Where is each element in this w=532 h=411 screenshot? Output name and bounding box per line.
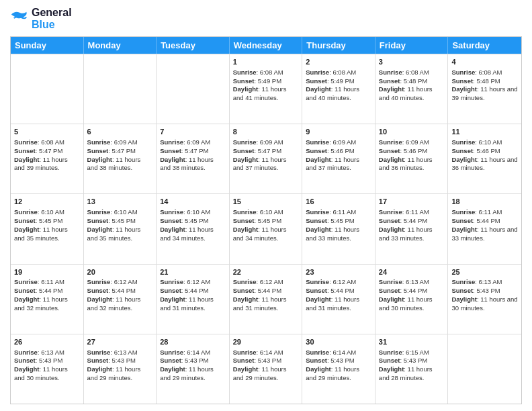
day-info-line: Daylight: 11 hours and 29 minutes. bbox=[306, 365, 371, 383]
day-info-line: Sunset: 5:44 PM bbox=[306, 287, 371, 295]
day-number: 14 bbox=[160, 197, 226, 207]
calendar-cell-4: 4Sunrise: 6:08 AMSunset: 5:48 PMDaylight… bbox=[448, 54, 521, 124]
day-info-line: Daylight: 11 hours and 40 minutes. bbox=[379, 85, 445, 103]
day-info-line: Sunrise: 6:09 AM bbox=[379, 138, 445, 147]
day-number: 2 bbox=[306, 57, 371, 67]
day-number: 12 bbox=[14, 197, 80, 207]
day-info-line: Sunset: 5:49 PM bbox=[233, 77, 299, 86]
page: General Blue SundayMondayTuesdayWednesda… bbox=[0, 0, 532, 411]
day-info-line: Sunset: 5:48 PM bbox=[379, 77, 445, 86]
day-info-line: Sunrise: 6:10 AM bbox=[87, 208, 153, 217]
calendar-row-5: 26Sunrise: 6:13 AMSunset: 5:43 PMDayligh… bbox=[11, 334, 521, 404]
calendar-cell-1: 1Sunrise: 6:08 AMSunset: 5:49 PMDaylight… bbox=[230, 54, 303, 124]
calendar: SundayMondayTuesdayWednesdayThursdayFrid… bbox=[10, 36, 522, 404]
day-number: 11 bbox=[451, 127, 518, 137]
calendar-row-2: 5Sunrise: 6:08 AMSunset: 5:47 PMDaylight… bbox=[11, 124, 521, 193]
logo: General Blue bbox=[10, 7, 72, 31]
day-number: 8 bbox=[233, 127, 299, 137]
day-info-line: Daylight: 11 hours and 31 minutes. bbox=[160, 295, 226, 313]
day-info-line: Sunset: 5:45 PM bbox=[306, 217, 371, 226]
day-info-line: Sunrise: 6:13 AM bbox=[87, 349, 153, 357]
day-info-line: Daylight: 11 hours and 30 minutes. bbox=[14, 365, 80, 383]
calendar-cell-9: 9Sunrise: 6:09 AMSunset: 5:46 PMDaylight… bbox=[302, 124, 375, 193]
day-number: 29 bbox=[233, 337, 299, 347]
calendar-cell-18: 18Sunrise: 6:11 AMSunset: 5:44 PMDayligh… bbox=[448, 194, 521, 263]
day-info-line: Daylight: 11 hours and 35 minutes. bbox=[87, 226, 153, 243]
day-info-line: Sunrise: 6:08 AM bbox=[233, 68, 299, 77]
day-info-line: Daylight: 11 hours and 30 minutes. bbox=[379, 295, 445, 313]
day-info-line: Sunrise: 6:13 AM bbox=[451, 278, 518, 287]
day-info-line: Daylight: 11 hours and 39 minutes. bbox=[14, 156, 80, 173]
day-info-line: Sunset: 5:47 PM bbox=[87, 147, 153, 156]
day-header-thursday: Thursday bbox=[302, 37, 375, 54]
day-number: 19 bbox=[14, 267, 80, 277]
day-info-line: Sunrise: 6:11 AM bbox=[14, 278, 80, 287]
day-info-line: Sunrise: 6:14 AM bbox=[233, 349, 299, 357]
day-info-line: Daylight: 11 hours and 31 minutes. bbox=[233, 295, 299, 313]
day-info-line: Sunset: 5:46 PM bbox=[379, 147, 445, 156]
day-info-line: Daylight: 11 hours and 36 minutes. bbox=[451, 156, 518, 173]
calendar-cell-12: 12Sunrise: 6:10 AMSunset: 5:45 PMDayligh… bbox=[11, 194, 84, 263]
day-info-line: Daylight: 11 hours and 39 minutes. bbox=[451, 85, 518, 103]
calendar-cell-23: 23Sunrise: 6:12 AMSunset: 5:44 PMDayligh… bbox=[302, 265, 375, 334]
logo-text: General Blue bbox=[32, 7, 72, 31]
day-header-friday: Friday bbox=[375, 37, 449, 54]
calendar-cell-10: 10Sunrise: 6:09 AMSunset: 5:46 PMDayligh… bbox=[375, 124, 449, 193]
day-number: 1 bbox=[233, 57, 299, 67]
day-info-line: Daylight: 11 hours and 38 minutes. bbox=[87, 156, 153, 173]
calendar-cell-11: 11Sunrise: 6:10 AMSunset: 5:46 PMDayligh… bbox=[448, 124, 521, 193]
calendar-cell-28: 28Sunrise: 6:14 AMSunset: 5:43 PMDayligh… bbox=[157, 334, 230, 404]
day-number: 22 bbox=[233, 267, 299, 277]
calendar-cell-29: 29Sunrise: 6:14 AMSunset: 5:43 PMDayligh… bbox=[230, 334, 303, 404]
calendar-row-3: 12Sunrise: 6:10 AMSunset: 5:45 PMDayligh… bbox=[11, 193, 521, 263]
calendar-cell-3: 3Sunrise: 6:08 AMSunset: 5:48 PMDaylight… bbox=[375, 54, 449, 124]
day-info-line: Sunset: 5:43 PM bbox=[87, 357, 153, 365]
day-info-line: Sunset: 5:44 PM bbox=[233, 287, 299, 295]
day-info-line: Sunset: 5:45 PM bbox=[160, 217, 226, 226]
calendar-header: SundayMondayTuesdayWednesdayThursdayFrid… bbox=[11, 37, 521, 54]
day-info-line: Sunrise: 6:11 AM bbox=[379, 208, 445, 217]
calendar-cell-24: 24Sunrise: 6:13 AMSunset: 5:44 PMDayligh… bbox=[375, 265, 449, 334]
calendar-cell-31: 31Sunrise: 6:15 AMSunset: 5:43 PMDayligh… bbox=[375, 334, 449, 404]
day-header-tuesday: Tuesday bbox=[157, 37, 230, 54]
logo-icon bbox=[10, 9, 29, 28]
day-number: 16 bbox=[306, 197, 371, 207]
calendar-cell-2: 2Sunrise: 6:08 AMSunset: 5:49 PMDaylight… bbox=[302, 54, 375, 124]
day-info-line: Daylight: 11 hours and 34 minutes. bbox=[160, 226, 226, 243]
calendar-cell-17: 17Sunrise: 6:11 AMSunset: 5:44 PMDayligh… bbox=[375, 194, 449, 263]
day-info-line: Daylight: 11 hours and 31 minutes. bbox=[306, 295, 371, 313]
day-info-line: Daylight: 11 hours and 37 minutes. bbox=[306, 156, 371, 173]
day-number: 30 bbox=[306, 337, 371, 347]
calendar-cell-15: 15Sunrise: 6:10 AMSunset: 5:45 PMDayligh… bbox=[230, 194, 303, 263]
day-info-line: Sunrise: 6:13 AM bbox=[14, 349, 80, 357]
day-info-line: Sunset: 5:46 PM bbox=[306, 147, 371, 156]
day-header-sunday: Sunday bbox=[11, 37, 84, 54]
calendar-cell-19: 19Sunrise: 6:11 AMSunset: 5:44 PMDayligh… bbox=[11, 265, 84, 334]
day-info-line: Sunrise: 6:08 AM bbox=[379, 68, 445, 77]
day-number: 13 bbox=[87, 197, 153, 207]
day-info-line: Sunset: 5:45 PM bbox=[87, 217, 153, 226]
day-info-line: Daylight: 11 hours and 29 minutes. bbox=[160, 365, 226, 383]
day-info-line: Sunset: 5:43 PM bbox=[160, 357, 226, 365]
calendar-cell-21: 21Sunrise: 6:12 AMSunset: 5:44 PMDayligh… bbox=[157, 265, 230, 334]
calendar-cell-empty-0-0 bbox=[11, 54, 84, 124]
day-info-line: Daylight: 11 hours and 32 minutes. bbox=[87, 295, 153, 313]
calendar-cell-7: 7Sunrise: 6:09 AMSunset: 5:47 PMDaylight… bbox=[157, 124, 230, 193]
day-info-line: Sunrise: 6:14 AM bbox=[306, 349, 371, 357]
day-info-line: Sunset: 5:44 PM bbox=[379, 287, 445, 295]
day-number: 5 bbox=[14, 127, 80, 137]
calendar-cell-14: 14Sunrise: 6:10 AMSunset: 5:45 PMDayligh… bbox=[157, 194, 230, 263]
day-info-line: Sunset: 5:46 PM bbox=[451, 147, 518, 156]
calendar-cell-empty-4-6 bbox=[448, 334, 521, 404]
day-info-line: Sunset: 5:43 PM bbox=[451, 287, 518, 295]
calendar-cell-13: 13Sunrise: 6:10 AMSunset: 5:45 PMDayligh… bbox=[84, 194, 157, 263]
day-info-line: Sunset: 5:48 PM bbox=[451, 77, 518, 86]
day-number: 3 bbox=[379, 57, 445, 67]
calendar-cell-6: 6Sunrise: 6:09 AMSunset: 5:47 PMDaylight… bbox=[84, 124, 157, 193]
day-info-line: Sunrise: 6:12 AM bbox=[233, 278, 299, 287]
day-number: 21 bbox=[160, 267, 226, 277]
calendar-cell-26: 26Sunrise: 6:13 AMSunset: 5:43 PMDayligh… bbox=[11, 334, 84, 404]
day-header-wednesday: Wednesday bbox=[230, 37, 303, 54]
calendar-cell-25: 25Sunrise: 6:13 AMSunset: 5:43 PMDayligh… bbox=[448, 265, 521, 334]
day-number: 7 bbox=[160, 127, 226, 137]
